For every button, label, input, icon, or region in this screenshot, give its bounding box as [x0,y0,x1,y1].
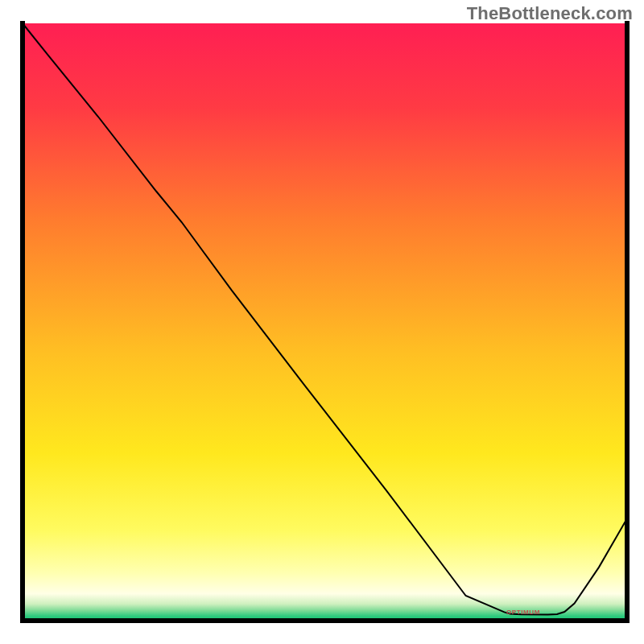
plot-background [23,23,627,621]
chart-stage: TheBottleneck.com OPTIMUM [0,0,644,644]
chart-svg [0,0,644,644]
